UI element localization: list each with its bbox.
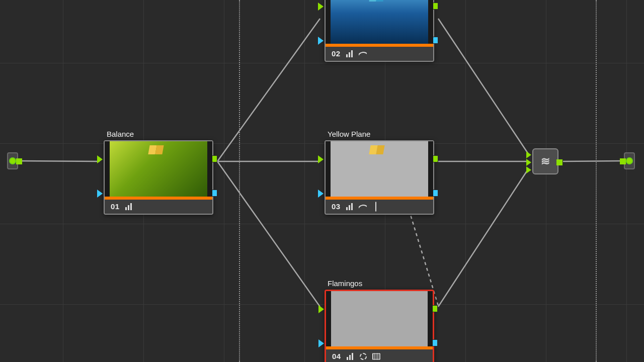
- thumb-pillar-left: [326, 291, 331, 346]
- key-input-port[interactable]: [97, 190, 103, 198]
- node-footer: 04: [326, 349, 433, 362]
- node-thumbnail[interactable]: [326, 141, 433, 197]
- input-terminal-dot-icon: [9, 157, 16, 164]
- input-terminal-output-port[interactable]: [16, 158, 22, 164]
- flag-icon: [369, 145, 384, 154]
- guide-line-1: [239, 0, 240, 362]
- color-picker-icon: [372, 203, 380, 210]
- thumb-pillar-left: [105, 141, 110, 197]
- thumb-pillar-left: [326, 141, 331, 197]
- merge-input-1[interactable]: [526, 151, 531, 158]
- thumb-pillar-right: [428, 0, 433, 44]
- node-thumbnail[interactable]: [326, 291, 433, 346]
- video-input-port[interactable]: [318, 305, 324, 313]
- curve-icon: [359, 50, 367, 57]
- node-number: 01: [111, 202, 120, 211]
- curve-icon: [359, 203, 367, 210]
- node-footer: 03: [326, 200, 433, 214]
- node-title: Balance: [107, 130, 213, 138]
- node-thumbnail[interactable]: [105, 141, 212, 197]
- graph-input-terminal[interactable]: [7, 152, 18, 169]
- video-input-port[interactable]: [318, 3, 324, 11]
- bars-icon: [346, 353, 354, 360]
- merge-output-port[interactable]: [556, 159, 562, 165]
- node-body[interactable]: 01: [104, 140, 213, 215]
- merge-icon: ≋: [541, 155, 550, 168]
- video-input-port[interactable]: [97, 155, 103, 163]
- node-number: 04: [332, 352, 341, 360]
- bars-icon: [125, 203, 133, 210]
- filmstrip-icon: [372, 353, 380, 360]
- graph-output-terminal[interactable]: [624, 152, 635, 169]
- node-yellowplane[interactable]: Yellow Plane03: [325, 130, 434, 215]
- node-node02[interactable]: 02: [325, 0, 434, 62]
- key-input-port[interactable]: [318, 37, 324, 45]
- output-terminal-input-port[interactable]: [620, 158, 626, 164]
- video-input-port[interactable]: [318, 155, 324, 163]
- node-body[interactable]: 02: [325, 0, 434, 62]
- target-icon: [359, 353, 367, 360]
- merge-node[interactable]: ≋: [532, 148, 558, 174]
- flag-icon: [148, 145, 164, 154]
- merge-input-2[interactable]: [526, 159, 531, 166]
- thumb-pillar-right: [207, 141, 212, 197]
- node-title: Flamingos: [328, 279, 434, 288]
- thumb-pillar-right: [428, 291, 433, 346]
- node-body[interactable]: 04: [325, 290, 434, 362]
- node-number: 02: [332, 49, 341, 58]
- thumb-pillar-left: [326, 0, 331, 44]
- merge-input-3[interactable]: [526, 166, 531, 173]
- node-footer: 02: [326, 47, 433, 61]
- bars-icon: [346, 50, 354, 57]
- guide-line-2: [596, 0, 597, 362]
- thumb-pillar-right: [428, 141, 433, 197]
- node-balance[interactable]: Balance01: [104, 130, 213, 215]
- node-footer: 01: [105, 200, 212, 214]
- key-input-port[interactable]: [318, 339, 324, 347]
- bars-icon: [346, 203, 354, 210]
- node-body[interactable]: 03: [325, 140, 434, 215]
- flag-icon: [369, 0, 384, 2]
- node-title: Yellow Plane: [328, 130, 434, 138]
- node-number: 03: [332, 202, 341, 211]
- key-input-port[interactable]: [318, 190, 324, 198]
- node-flamingos[interactable]: Flamingos04: [325, 279, 434, 362]
- node-thumbnail[interactable]: [326, 0, 433, 44]
- output-terminal-dot-icon: [626, 157, 633, 164]
